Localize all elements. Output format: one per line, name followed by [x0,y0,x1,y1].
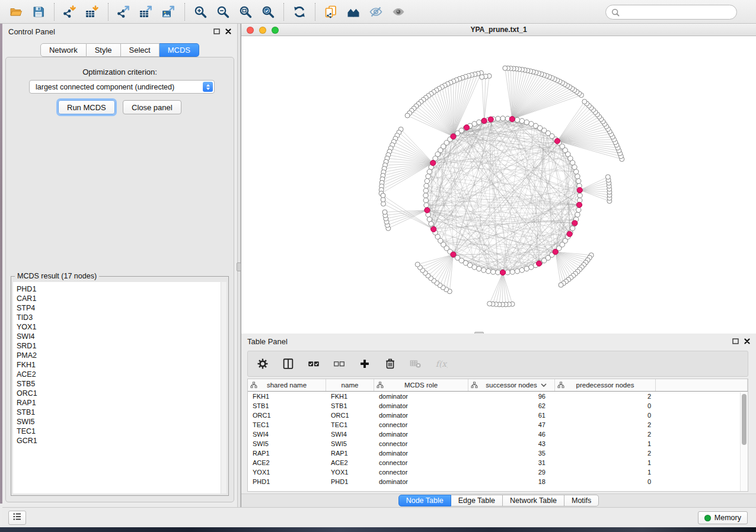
show-graphics-details-button[interactable] [387,2,410,21]
close-window-button[interactable] [247,27,254,34]
cell-name: STB1 [326,401,374,411]
column-network-icon [557,382,564,389]
cell-predecessor-nodes: 0 [555,477,656,486]
node-table-header-row: shared namenameMCDS rolesuccessor nodesp… [248,379,748,392]
network-title: YPA_prune.txt_1 [470,25,527,34]
column-header-mcds-role[interactable]: MCDS role [374,379,468,391]
zoom-fit-button[interactable] [234,2,257,21]
open-file-button[interactable] [5,2,27,21]
cell-name: ORC1 [326,411,374,420]
zoom-out-button[interactable] [212,2,234,21]
save-session-icon [31,5,46,19]
table-row[interactable]: YOX1YOX1connector291 [248,467,748,477]
table-panel: Table Panel f(x) shared namenameMCDS rol… [241,334,756,507]
add-row-icon [358,357,371,370]
zoom-in-icon [193,5,208,19]
deselect-all-button[interactable] [331,356,347,371]
houses-button[interactable] [342,2,365,21]
cell-predecessor-nodes: 1 [555,458,656,467]
mcds-result-item: STB5 [17,379,227,389]
tab-node-table[interactable]: Node Table [398,495,451,507]
settings-button[interactable] [255,356,270,371]
table-row[interactable]: SWI5SWI5connector431 [248,439,748,448]
close-panel-icon[interactable] [225,28,231,34]
table-scrollbar[interactable] [740,392,748,491]
network-canvas[interactable] [241,36,756,334]
mcds-result-list[interactable]: PHD1CAR1STP4TID3YOX1SWI4SRD1PMA2FKH1ACE2… [13,282,227,493]
open-file-icon [9,5,23,19]
clone-network-icon [324,5,338,19]
tab-network-table[interactable]: Network Table [503,495,564,507]
table-row[interactable]: ORC1ORC1dominator610 [248,411,748,420]
function-builder-icon: f(x) [435,357,448,370]
tab-edge-table[interactable]: Edge Table [451,495,503,507]
mcds-result-title: MCDS result (17 nodes) [15,272,99,280]
run-mcds-button[interactable]: Run MCDS [58,100,115,114]
import-network-button[interactable] [59,2,81,21]
hide-graphics-details-button[interactable] [365,2,387,21]
float-panel-icon[interactable] [213,28,220,34]
tab-style[interactable]: Style [87,43,121,57]
table-row[interactable]: SWI4SWI4dominator462 [248,430,748,439]
tab-motifs[interactable]: Motifs [564,495,599,507]
mcds-result-item: PHD1 [17,284,227,294]
clone-network-button[interactable] [320,2,342,21]
table-row[interactable]: TEC1TEC1connector472 [248,420,748,430]
column-header-name[interactable]: name [326,379,374,391]
cell-mcds-role: dominator [374,401,468,411]
tab-network[interactable]: Network [40,43,87,57]
import-table-button[interactable] [81,2,104,21]
close-panel-button[interactable]: Close panel [123,100,181,114]
minimize-window-button[interactable] [259,27,266,34]
search-input[interactable] [623,8,736,17]
mcds-list-scrollbar[interactable] [221,282,227,493]
panel-list-button[interactable] [8,511,26,525]
refresh-layout-button[interactable] [288,2,311,21]
refresh-layout-icon [292,5,307,19]
mcds-result-item: TID3 [17,313,227,322]
mcds-result-item: SWI4 [17,332,227,341]
zoom-window-button[interactable] [272,27,279,34]
cell-predecessor-nodes: 1 [555,467,656,477]
network-graph[interactable] [241,36,756,334]
table-row[interactable]: FKH1FKH1dominator962 [248,392,748,401]
destroy-table-icon [409,357,422,370]
zoom-in-button[interactable] [189,2,212,21]
mcds-result-group: MCDS result (17 nodes) PHD1CAR1STP4TID3Y… [11,276,229,496]
float-panel-icon[interactable] [732,338,739,344]
column-header-shared-name[interactable]: shared name [248,379,326,391]
cell-successor-nodes: 62 [468,401,555,411]
export-table-button[interactable] [135,2,158,21]
export-network-icon [117,5,131,19]
save-session-button[interactable] [27,2,50,21]
cell-successor-nodes: 29 [468,467,555,477]
table-row[interactable]: ACE2ACE2connector311 [248,458,748,467]
select-all-button[interactable] [306,356,321,371]
mcds-result-item: PMA2 [17,351,227,360]
export-network-button[interactable] [113,2,135,21]
table-row[interactable]: PHD1PHD1dominator180 [248,477,748,486]
column-header-predecessor-nodes[interactable]: predecessor nodes [555,379,656,391]
zoom-selected-button[interactable] [257,2,279,21]
toolbar-separator [54,3,55,21]
delete-row-button[interactable] [382,356,398,371]
tab-mcds[interactable]: MCDS [160,43,199,57]
show-columns-button[interactable] [280,356,296,371]
close-panel-icon[interactable] [744,338,750,344]
add-row-button[interactable] [357,356,372,371]
delete-row-icon [384,357,397,370]
column-header-successor-nodes[interactable]: successor nodes [468,379,555,391]
mcds-result-item: SWI5 [17,417,227,427]
tab-select[interactable]: Select [121,43,160,57]
toolbar-separator [184,3,185,21]
mcds-result-item: ORC1 [17,389,227,398]
table-scrollbar-thumb[interactable] [742,394,747,445]
export-image-button[interactable] [158,2,180,21]
table-row[interactable]: STB1STB1dominator620 [248,401,748,411]
memory-button[interactable]: Memory [698,511,748,524]
criterion-dropdown[interactable]: largest connected component (undirected) [29,80,215,94]
function-builder-button: f(x) [433,356,449,371]
import-network-icon [63,5,77,19]
table-row[interactable]: RAP1RAP1dominator352 [248,448,748,458]
select-all-icon [307,357,320,370]
